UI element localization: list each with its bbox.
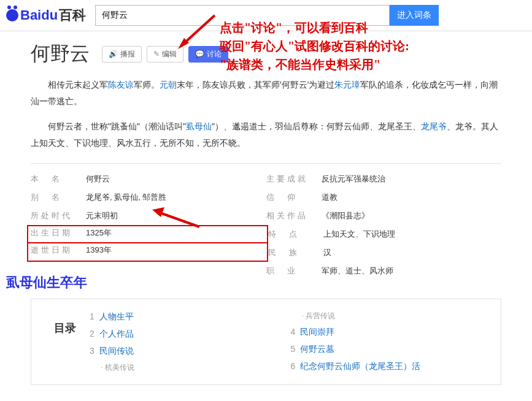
info-value: 元末明初: [86, 210, 118, 221]
chat-icon: 💬: [195, 50, 204, 58]
info-value: 道教: [322, 192, 337, 203]
info-label: 所处时代: [31, 210, 86, 221]
logo[interactable]: Baidu百科: [6, 6, 86, 25]
toc-title: 目录: [40, 308, 90, 375]
info-value: 上知天文、下识地理: [323, 229, 395, 240]
toc-item[interactable]: 6纪念何野云仙师（龙尾圣王）活: [291, 358, 492, 375]
info-label: 主要成就: [266, 174, 322, 185]
info-value: 汉: [323, 247, 331, 258]
info-label: 本 名: [31, 174, 86, 185]
info-value: 《潮阳县志》: [322, 210, 369, 221]
broadcast-label: 播报: [120, 49, 135, 59]
paw-icon: [6, 9, 18, 21]
link-yuanchao[interactable]: 元朝: [160, 80, 177, 90]
link-zhuyuanzhang[interactable]: 朱元璋: [334, 80, 360, 90]
info-label: 信 仰: [266, 192, 322, 203]
info-label: 相关作品: [266, 210, 322, 221]
link-shimuxian[interactable]: 虱母仙: [186, 121, 212, 131]
info-value: 龙尾爷, 虱母仙, 邹普胜: [86, 192, 166, 203]
birth-date-row: 出生日期1325年: [27, 225, 268, 243]
toc-item[interactable]: 5何野云墓: [291, 341, 492, 358]
toc-item[interactable]: 2个人作品: [90, 326, 291, 343]
info-table: 本 名何野云主要成就反抗元军强暴统治 别 名龙尾爷, 虱母仙, 邹普胜信 仰道教…: [31, 163, 501, 280]
death-date-row: 逝世日期1393年: [27, 243, 268, 262]
toc-item[interactable]: 3民间传说: [90, 343, 291, 360]
annotation-red: 点击"讨论"，可以看到百科 驳回"有心人"试图修改百科的讨论: "族谱类，不能当…: [220, 18, 409, 74]
logo-du: du: [41, 7, 58, 23]
toc-sub[interactable]: · 杭美传说: [90, 360, 291, 375]
link-longweiye[interactable]: 龙尾爷: [421, 121, 447, 131]
edit-label: 编辑: [162, 49, 177, 59]
intro-paragraph-2: 何野云者，世称"跳蚤仙"（潮汕话叫"虱母仙"）、邋遢道士，羽仙后尊称：何野云仙师…: [31, 118, 501, 151]
info-value: 反抗元军强暴统治: [322, 174, 385, 185]
page-title: 何野云: [31, 40, 90, 67]
annotation-blue-1: 虱母仙生卒年: [6, 273, 87, 292]
edit-button[interactable]: ✎编辑: [147, 46, 183, 63]
speaker-icon: 🔊: [109, 50, 118, 58]
info-value: 军师、道士、风水师: [322, 265, 393, 277]
info-value: 何野云: [86, 174, 110, 185]
info-label: 特 点: [268, 229, 323, 240]
toc-sub[interactable]: · 兵营传说: [291, 308, 492, 324]
intro-paragraph-1: 相传元末起义军陈友谅军师。元朝末年，陈友谅兵败，其军师'何野云'为避过朱元璋军队…: [31, 77, 501, 109]
toc-item[interactable]: 4民间崇拜: [291, 324, 492, 341]
link-chenyouliang[interactable]: 陈友谅: [108, 80, 134, 90]
toc-item[interactable]: 1人物生平: [90, 308, 291, 326]
logo-bai: Bai: [20, 7, 41, 23]
toc: 目录 1人物生平 2个人作品 3民间传说 · 杭美传说 · 兵营传说 4民间崇拜…: [31, 299, 501, 385]
info-label: 别 名: [31, 192, 86, 203]
logo-baike: 百科: [59, 7, 86, 23]
pencil-icon: ✎: [153, 50, 160, 58]
info-label: 民 族: [268, 247, 323, 258]
info-label: 职 业: [266, 265, 322, 277]
broadcast-button[interactable]: 🔊播报: [102, 46, 142, 63]
